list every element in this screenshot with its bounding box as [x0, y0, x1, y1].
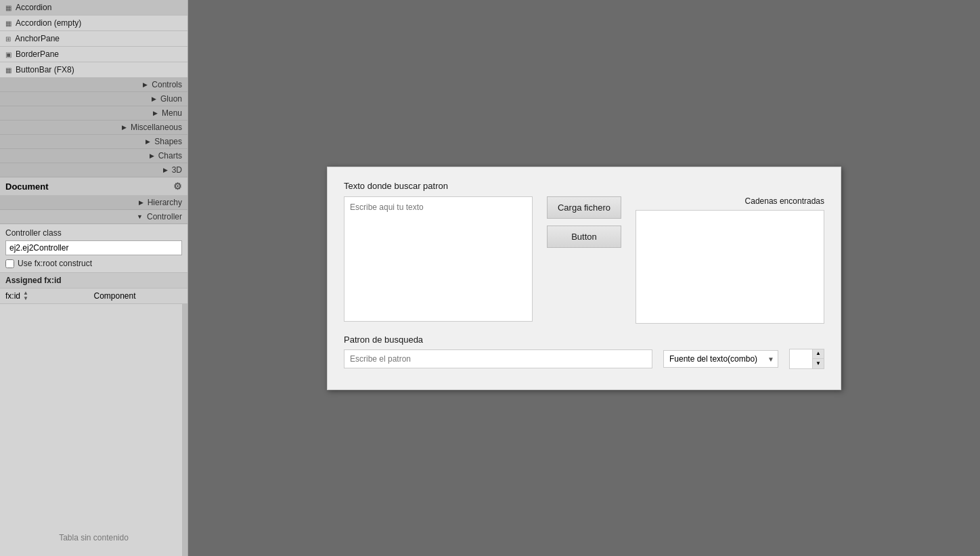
spinner-container: ▲ ▼ [789, 349, 824, 369]
sidebar-item-anchor-pane[interactable]: ⊞ AnchorPane [0, 31, 187, 47]
section-menu[interactable]: ▶ Menu [0, 106, 187, 121]
dialog-bottom-row: Fuente del texto(combo)Opcion 1Opcion 2 … [344, 349, 824, 369]
dialog-top-row: Carga fichero Button Cadenas encontradas [344, 196, 824, 324]
scrollbar-track[interactable] [182, 304, 187, 556]
fuente-texto-combo[interactable]: Fuente del texto(combo)Opcion 1Opcion 2 [663, 350, 778, 368]
controller-class-label: Controller class [5, 228, 182, 238]
combo-container: Fuente del texto(combo)Opcion 1Opcion 2 … [663, 350, 778, 368]
sidebar-item-accordion-empty[interactable]: ▦ Accordion (empty) [0, 16, 187, 31]
chevron-right-icon-2: ▶ [152, 95, 156, 102]
tabla-sin-contenido: Tabla sin contenido [59, 533, 129, 542]
accordion-icon: ▦ [5, 4, 12, 12]
use-fx-root-checkbox[interactable] [5, 259, 14, 268]
fxid-table-body: Tabla sin contenido [0, 304, 187, 556]
chevron-right-icon-4: ▶ [122, 124, 127, 131]
spinner-input[interactable] [790, 349, 812, 368]
gear-icon[interactable]: ⚙ [173, 181, 182, 192]
section-gluon[interactable]: ▶ Gluon [0, 92, 187, 106]
section-miscellaneous[interactable]: ▶ Miscellaneous [0, 121, 187, 135]
patron-section: Patron de busqueda Fuente del texto(comb… [344, 335, 824, 369]
section-3d[interactable]: ▶ 3D [0, 163, 187, 177]
chevron-right-icon-3: ▶ [153, 110, 158, 116]
accordion-empty-icon: ▦ [5, 20, 12, 27]
patron-input-wrapper [344, 349, 652, 368]
document-header: Document ⚙ [0, 177, 187, 196]
assigned-fxid-header: Assigned fx:id [0, 272, 187, 288]
border-pane-icon: ▣ [5, 51, 12, 58]
sidebar: ▦ Accordion ▦ Accordion (empty) ⊞ Anchor… [0, 0, 188, 556]
sidebar-item-border-pane[interactable]: ▣ BorderPane [0, 47, 187, 62]
chevron-right-icon: ▶ [143, 81, 148, 88]
fxid-table-header: fx:id ▲▼ Component [0, 288, 187, 304]
spinner-up-button[interactable]: ▲ [813, 349, 824, 359]
controller-section: Controller class Use fx:root construct [0, 224, 187, 272]
chevron-right-icon-6: ▶ [150, 152, 154, 159]
section-hierarchy[interactable]: ▶ Hierarchy [0, 196, 187, 210]
cadenas-wrapper: Cadenas encontradas [636, 196, 824, 324]
cadenas-label: Cadenas encontradas [636, 196, 824, 206]
chevron-right-icon-7: ▶ [163, 167, 168, 173]
section-controller[interactable]: ▼ Controller [0, 210, 187, 224]
carga-fichero-button[interactable]: Carga fichero [547, 196, 621, 219]
button-bar-icon: ▦ [5, 66, 12, 74]
button-button[interactable]: Button [547, 226, 621, 248]
patron-label: Patron de busqueda [344, 335, 824, 345]
controller-class-input[interactable] [5, 240, 182, 255]
section-charts[interactable]: ▶ Charts [0, 149, 187, 163]
spinner-buttons: ▲ ▼ [812, 349, 824, 368]
sidebar-item-button-bar[interactable]: ▦ ButtonBar (FX8) [0, 62, 187, 78]
text-area-wrapper [344, 196, 533, 324]
chevron-down-icon: ▼ [137, 213, 143, 220]
section-controls[interactable]: ▶ Controls [0, 78, 187, 92]
buttons-column: Carga fichero Button [543, 196, 625, 324]
cadenas-box [636, 210, 824, 324]
texto-textarea[interactable] [344, 196, 533, 322]
section-shapes[interactable]: ▶ Shapes [0, 135, 187, 149]
anchor-pane-icon: ⊞ [5, 35, 11, 43]
main-content: Texto donde buscar patron Carga fichero … [188, 0, 980, 556]
texto-label: Texto donde buscar patron [344, 181, 824, 191]
dialog: Texto donde buscar patron Carga fichero … [327, 167, 841, 390]
use-fx-root-row: Use fx:root construct [5, 259, 182, 268]
patron-input[interactable] [344, 349, 652, 368]
chevron-right-icon-8: ▶ [139, 199, 143, 206]
sidebar-item-accordion[interactable]: ▦ Accordion [0, 0, 187, 16]
sort-arrows-icon[interactable]: ▲▼ [23, 291, 28, 301]
chevron-right-icon-5: ▶ [146, 138, 150, 145]
spinner-down-button[interactable]: ▼ [813, 359, 824, 368]
